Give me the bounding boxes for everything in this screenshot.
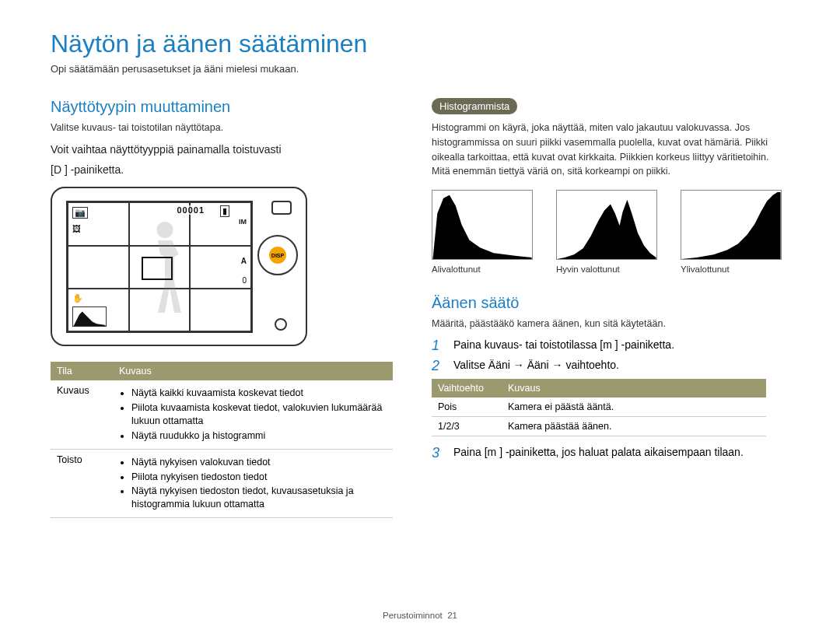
- focus-rectangle-icon: [142, 257, 173, 280]
- page-subtitle: Opi säätämään perusasetukset ja ääni mie…: [51, 63, 789, 75]
- histogram-tag: Histogrammista: [432, 98, 517, 114]
- step-number-3: 3: [432, 446, 446, 461]
- histogram-well-label: Hyvin valottunut: [556, 264, 657, 274]
- battery-icon: ▮: [220, 205, 229, 217]
- camera-screen: 📷 🖼 00001 ▮ IM A 0 ✋: [66, 201, 253, 333]
- step-number-1: 1: [432, 338, 446, 354]
- histogram-well-icon: [556, 190, 657, 260]
- svg-marker-2: [557, 200, 656, 259]
- step-3-block: 3 Paina [m ] -painiketta, jos haluat pal…: [432, 446, 789, 461]
- display-type-note: Valitse kuvaus- tai toistotilan näyttöta…: [51, 122, 393, 133]
- opt-cell-123: 1/2/3: [432, 416, 502, 436]
- hand-shake-icon: ✋: [72, 293, 83, 303]
- footer-section: Perustoiminnot: [383, 611, 443, 620]
- svg-marker-0: [74, 312, 106, 326]
- mode-table: Tila Kuvaus Kuvaus Näytä kaikki kuvaamis…: [51, 362, 393, 518]
- opt-desc-123: Kamera päästää äänen.: [502, 416, 766, 436]
- indicator-0: 0: [242, 276, 247, 285]
- mode-item: Piilota kuvaamista koskevat tiedot, valo…: [131, 401, 387, 428]
- camera-dial: DISP: [257, 235, 298, 275]
- camera-back-illustration: 📷 🖼 00001 ▮ IM A 0 ✋ DISP: [51, 187, 307, 346]
- step-number-2: 2: [432, 359, 446, 374]
- camera-top-button: [271, 201, 292, 215]
- footer: Perustoiminnot 21: [0, 611, 840, 620]
- histogram-under-icon: [432, 190, 533, 260]
- mode-item: Näytä ruudukko ja histogrammi: [131, 429, 387, 443]
- picture-icon: 🖼: [72, 224, 81, 233]
- sound-note: Määritä, päästääkö kamera äänen, kun sit…: [432, 318, 789, 329]
- histogram-examples: Alivalottunut Hyvin valottunut Ylivalott…: [432, 190, 789, 274]
- steps: 1 Paina kuvaus- tai toistotilassa [m ] -…: [432, 338, 789, 374]
- mode-item: Näytä nykyisen valokuvan tiedot: [131, 456, 387, 469]
- mode-desc-toisto: Näytä nykyisen valokuvan tiedot Piilota …: [113, 449, 393, 518]
- disp-button: DISP: [269, 247, 286, 264]
- option-table: Vaihtoehto Kuvaus Pois Kamera ei päästä …: [432, 379, 766, 436]
- footer-page: 21: [447, 611, 457, 620]
- mode-item: Näytä kaikki kuvaamista koskevat tiedot: [131, 387, 387, 400]
- mode-cell-toisto: Toisto: [51, 449, 113, 518]
- histogram-over-icon: [681, 190, 782, 260]
- display-instruction-line2: [D ] -painiketta.: [51, 163, 393, 178]
- display-type-heading: Näyttötyypin muuttaminen: [51, 98, 393, 116]
- page-title: Näytön ja äänen säätäminen: [51, 30, 789, 58]
- histogram-over-label: Ylivalottunut: [681, 264, 782, 274]
- display-instruction-line1: Voit vaihtaa näyttötyyppiä painamalla to…: [51, 142, 393, 158]
- columns: Näyttötyypin muuttaminen Valitse kuvaus-…: [51, 98, 789, 518]
- step-text-3: Paina [m ] -painiketta, jos haluat palat…: [453, 446, 744, 458]
- histogram-description: Histogrammi on käyrä, joka näyttää, mite…: [432, 121, 789, 179]
- camera-mode-icon: 📷: [72, 207, 88, 219]
- mode-desc-kuvaus: Näytä kaikki kuvaamista koskevat tiedot …: [113, 380, 393, 449]
- mode-cell-kuvaus: Kuvaus: [51, 380, 113, 449]
- indicator-im: IM: [239, 218, 247, 226]
- mode-item: Piilota nykyisen tiedoston tiedot: [131, 471, 387, 484]
- mode-header-tila: Tila: [51, 362, 113, 380]
- indicator-a: A: [241, 257, 247, 265]
- screen-histogram-icon: [72, 306, 107, 327]
- svg-marker-1: [432, 195, 531, 259]
- sound-heading: Äänen säätö: [432, 294, 789, 312]
- frame-counter: 00001: [177, 205, 205, 215]
- opt-desc-pois: Kamera ei päästä ääntä.: [502, 398, 766, 417]
- step-text-1: Paina kuvaus- tai toistotilassa [m ] -pa…: [453, 338, 674, 351]
- opt-cell-pois: Pois: [432, 398, 502, 417]
- svg-marker-3: [681, 192, 780, 259]
- left-column: Näyttötyypin muuttaminen Valitse kuvaus-…: [51, 98, 393, 518]
- mode-item: Näytä nykyisen tiedoston tiedot, kuvausa…: [131, 485, 387, 511]
- opt-header-kuvaus: Kuvaus: [502, 379, 766, 398]
- right-column: Histogrammista Histogrammi on käyrä, jok…: [432, 98, 789, 518]
- histogram-under-label: Alivalottunut: [432, 264, 533, 274]
- step-text-2: Valitse Ääni → Ääni → vaihtoehto.: [453, 359, 619, 371]
- camera-bottom-button: [275, 318, 287, 331]
- mode-header-kuvaus: Kuvaus: [113, 362, 393, 380]
- opt-header-vaihtoehto: Vaihtoehto: [432, 379, 502, 398]
